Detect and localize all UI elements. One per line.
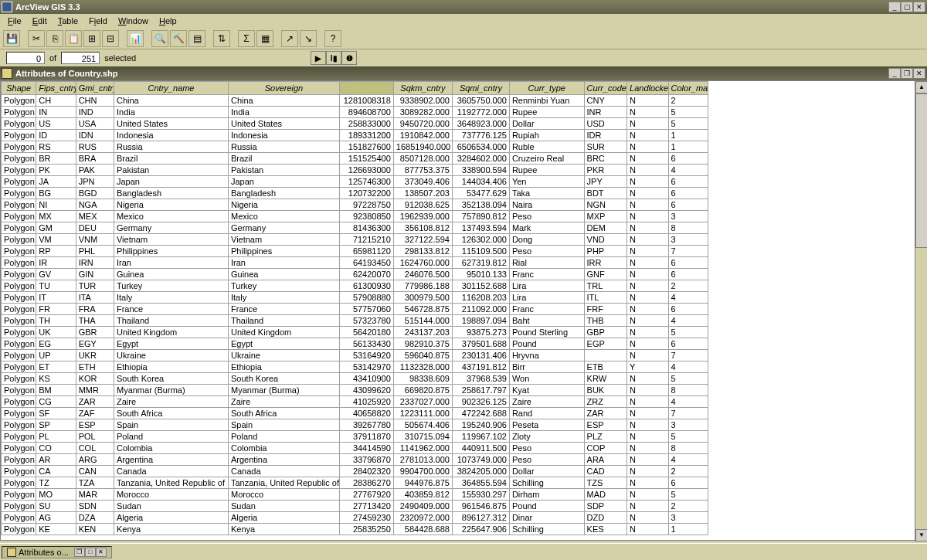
cell-gmi: KOR: [76, 373, 114, 385]
table-row[interactable]: PolygonBMMMRMyanmar (Burma)Myanmar (Burm…: [2, 385, 708, 396]
column-header-name[interactable]: Cntry_name: [114, 82, 228, 95]
close-button[interactable]: ✕: [913, 2, 925, 12]
scroll-down-button[interactable]: ▼: [915, 529, 927, 541]
sum-button[interactable]: Σ: [238, 30, 255, 47]
table-row[interactable]: PolygonPLPOLPolandPoland37911870310715.0…: [2, 431, 708, 443]
switch-button[interactable]: ⇅: [213, 30, 230, 47]
table-row[interactable]: PolygonJAJPNJapanJapan125746300373049.40…: [2, 176, 708, 188]
table-row[interactable]: PolygonMOMARMoroccoMorocco27767920403859…: [2, 489, 708, 501]
table-row[interactable]: PolygonARARGArgentinaArgentina3379687027…: [2, 454, 708, 466]
cell-name: Iran: [114, 257, 228, 269]
menu-table[interactable]: Table: [53, 15, 83, 26]
column-header-shape[interactable]: Shape: [2, 82, 36, 95]
table-row[interactable]: PolygonUKGBRUnited KingdomUnited Kingdom…: [2, 327, 708, 338]
info-tool[interactable]: ❶: [341, 51, 357, 65]
scroll-up-button[interactable]: ▲: [915, 81, 927, 93]
child-restore-button[interactable]: ❐: [901, 68, 913, 79]
table-row[interactable]: PolygonKEKENKenyaKenya25835250584428.688…: [2, 524, 708, 535]
table-row[interactable]: PolygonPKPAKPakistanPakistan126693000877…: [2, 165, 708, 176]
table-row[interactable]: PolygonNINGANigeriaNigeria97228750912038…: [2, 199, 708, 211]
table-row[interactable]: PolygonIRIRNIranIran641934501624760.0006…: [2, 257, 708, 269]
cell-ctype: Dollar: [509, 118, 584, 130]
table-row[interactable]: PolygonUSUSAUnited StatesUnited States25…: [2, 118, 708, 130]
cell-land: N: [627, 350, 668, 361]
menu-field[interactable]: Field: [84, 15, 112, 26]
column-header-sqkm[interactable]: Sqkm_cntry: [393, 82, 452, 95]
column-header-fips[interactable]: Fips_cntry: [36, 82, 76, 95]
promote-button[interactable]: ▤: [188, 30, 205, 47]
find-button[interactable]: 🔍: [151, 30, 168, 47]
cell-sqkm: 9450720.000: [393, 118, 452, 130]
table-row[interactable]: PolygonBRBRABrazilBrazil1515254008507128…: [2, 153, 708, 165]
save-button[interactable]: 💾: [3, 30, 20, 47]
selection-bar: 0 of 251 selected ▶ I▮ ❶: [0, 49, 927, 66]
scroll-thumb[interactable]: [915, 93, 927, 248]
table-row[interactable]: PolygonCOCOLColombiaColombia344145901141…: [2, 443, 708, 454]
column-header-cmap[interactable]: Color_map: [668, 82, 708, 95]
table-row[interactable]: PolygonVMVNMVietnamVietnam71215210327122…: [2, 234, 708, 246]
maximize-button[interactable]: ▢: [901, 2, 913, 12]
column-header-ccode[interactable]: Curr_code: [584, 82, 627, 95]
table-row[interactable]: PolygonININDIndiaIndia8946087003089282.0…: [2, 107, 708, 118]
identify-tool[interactable]: I▮: [326, 51, 341, 65]
table-row[interactable]: PolygonRPPHLPhilippinesPhilippines659811…: [2, 246, 708, 257]
table-row[interactable]: PolygonAGDZAAlgeriaAlgeria27459230232097…: [2, 512, 708, 524]
child-minimize-button[interactable]: _: [888, 68, 901, 79]
sort-asc-button[interactable]: ↗: [281, 30, 298, 47]
menu-file[interactable]: File: [3, 15, 26, 26]
task-close-button[interactable]: ✕: [96, 548, 107, 557]
table-row[interactable]: PolygonSPESPSpainSpain39267780505674.406…: [2, 419, 708, 431]
table-row[interactable]: PolygonCHCHNChinaChina12810083189338902.…: [2, 95, 708, 107]
table-row[interactable]: PolygonKSKORSouth KoreaSouth Korea434109…: [2, 373, 708, 385]
task-maximize-button[interactable]: □: [85, 548, 96, 557]
join-button[interactable]: ⊞: [83, 30, 100, 47]
menu-help[interactable]: Help: [154, 15, 182, 26]
table-row[interactable]: PolygonETETHEthiopiaEthiopia531429701132…: [2, 361, 708, 373]
table-row[interactable]: PolygonBGBGDBangladeshBangladesh12073220…: [2, 188, 708, 199]
column-header-gmi[interactable]: Gmi_cntry: [76, 82, 114, 95]
menu-window[interactable]: Window: [114, 15, 153, 26]
table-row[interactable]: PolygonGVGINGuineaGuinea62420070246076.5…: [2, 269, 708, 280]
child-close-button[interactable]: ✕: [913, 68, 925, 79]
table-row[interactable]: PolygonEGEGYEgyptEgypt56133430982910.375…: [2, 338, 708, 350]
column-header-ctype[interactable]: Curr_type: [509, 82, 584, 95]
column-header-sqmi[interactable]: Sqmi_cntry: [452, 82, 509, 95]
table-row[interactable]: PolygonIDIDNIndonesiaIndonesia1893312001…: [2, 130, 708, 141]
table-row[interactable]: PolygonTHTHAThailandThailand573237805151…: [2, 315, 708, 327]
minimize-button[interactable]: _: [888, 2, 901, 12]
calc-button[interactable]: ▦: [256, 30, 273, 47]
table-row[interactable]: PolygonITITAItalyItaly57908880300979.500…: [2, 292, 708, 304]
table-row[interactable]: PolygonSFZAFSouth AfricaSouth Africa4065…: [2, 408, 708, 419]
cut-button[interactable]: ✂: [28, 30, 45, 47]
table-row[interactable]: PolygonTZTZATanzania, United Republic of…: [2, 477, 708, 489]
vertical-scrollbar[interactable]: ▲ ▼: [915, 81, 927, 541]
task-restore-button[interactable]: ❐: [74, 548, 85, 557]
cell-fips: IT: [36, 292, 76, 304]
table-row[interactable]: PolygonTUTURTurkeyTurkey61300930779986.1…: [2, 280, 708, 292]
sort-desc-button[interactable]: ↘: [300, 30, 317, 47]
table-row[interactable]: PolygonMXMEXMexicoMexico923808501962939.…: [2, 211, 708, 222]
table-row[interactable]: PolygonRSRUSRussiaRussia1518276001685194…: [2, 141, 708, 153]
column-header-land[interactable]: Landlocked: [627, 82, 668, 95]
table-row[interactable]: PolygonUPUKRUkraineUkraine53164920596040…: [2, 350, 708, 361]
paste-button[interactable]: 📋: [65, 30, 82, 47]
help-button[interactable]: ?: [324, 30, 341, 47]
copy-button[interactable]: ⎘: [46, 30, 63, 47]
chart-button[interactable]: 📊: [127, 30, 144, 47]
table-row[interactable]: PolygonSUSDNSudanSudan277134202490409.00…: [2, 501, 708, 512]
query-button[interactable]: 🔨: [170, 30, 187, 47]
table-row[interactable]: PolygonFRFRAFranceFrance57757060546728.8…: [2, 304, 708, 315]
cell-sqkm: 1141962.000: [393, 443, 452, 454]
cell-fips: CH: [36, 95, 76, 107]
table-row[interactable]: PolygonGMDEUGermanyGermany81436300356108…: [2, 222, 708, 234]
table-row[interactable]: PolygonCACANCanadaCanada284023209904700.…: [2, 466, 708, 477]
cell-ccode: ESP: [584, 419, 627, 431]
menu-edit[interactable]: Edit: [28, 15, 52, 26]
task-button-attributes[interactable]: Attributes o... ❐ □ ✕: [2, 546, 112, 558]
link-button[interactable]: ⊟: [102, 30, 119, 47]
select-tool[interactable]: ▶: [311, 51, 326, 65]
column-header-sov[interactable]: Sovereign: [229, 82, 340, 95]
table-row[interactable]: PolygonCGZARZaireZaire410259202337027.00…: [2, 396, 708, 408]
cell-cmap: 8: [668, 443, 708, 454]
column-header-pop[interactable]: Pop_cntry: [339, 82, 393, 95]
